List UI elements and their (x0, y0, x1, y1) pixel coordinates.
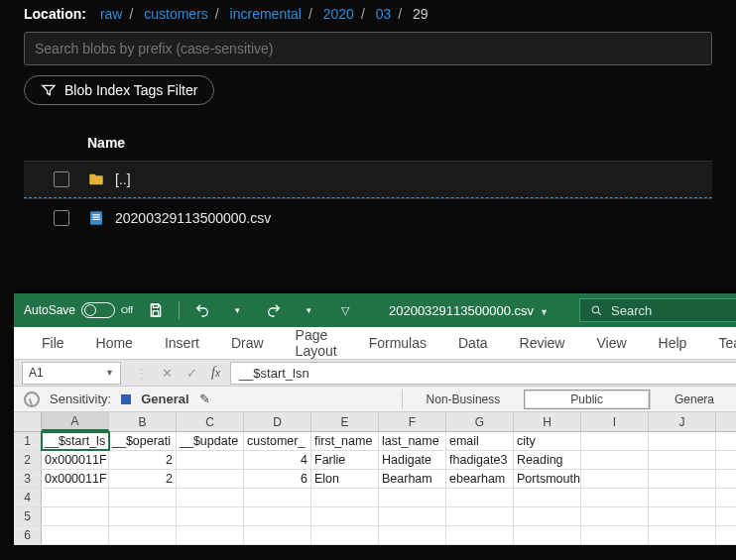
cell[interactable]: 4 (244, 451, 311, 469)
cell[interactable] (446, 526, 514, 544)
save-icon[interactable] (143, 297, 169, 323)
row-header[interactable]: 6 (14, 526, 42, 544)
qat-customize-icon[interactable]: ▽ (332, 297, 358, 323)
excel-search[interactable]: Search (579, 298, 736, 322)
tab-home[interactable]: Home (80, 335, 149, 351)
row-checkbox[interactable] (54, 171, 69, 187)
cell[interactable] (581, 432, 649, 450)
sensitivity-option-public[interactable]: Public (524, 390, 650, 409)
row-checkbox[interactable] (54, 210, 69, 226)
formula-bar[interactable]: __$start_lsn (230, 362, 736, 385)
autosave-switch[interactable] (81, 302, 115, 318)
cell[interactable]: __$operati (109, 432, 177, 450)
cell[interactable] (446, 489, 514, 506)
cell[interactable] (177, 526, 244, 544)
cell[interactable] (177, 507, 244, 525)
cell[interactable] (42, 526, 109, 544)
blob-index-tags-filter-button[interactable]: Blob Index Tags Filter (24, 75, 214, 105)
col-header[interactable]: B (109, 412, 177, 431)
tab-formulas[interactable]: Formulas (353, 335, 442, 351)
tab-team[interactable]: Team (702, 335, 736, 351)
cell[interactable]: 2 (109, 470, 177, 488)
col-header[interactable]: F (379, 412, 446, 431)
cell[interactable] (311, 526, 379, 544)
search-input[interactable] (24, 32, 712, 65)
cell[interactable] (446, 507, 514, 525)
list-item[interactable]: 20200329113500000.csv (24, 198, 712, 236)
cell[interactable] (649, 489, 716, 506)
cell[interactable] (177, 489, 244, 506)
cell[interactable] (177, 451, 244, 469)
cell[interactable] (581, 526, 649, 544)
tab-help[interactable]: Help (643, 335, 703, 351)
cell[interactable] (514, 507, 581, 525)
cell[interactable] (311, 489, 379, 506)
autosave-toggle[interactable]: AutoSave Off (24, 302, 133, 318)
cell[interactable]: email (446, 432, 514, 450)
cell[interactable]: Bearham (379, 470, 446, 488)
col-header[interactable]: H (514, 412, 581, 431)
cell[interactable] (177, 470, 244, 488)
cell[interactable]: Portsmouth (514, 470, 581, 488)
cell[interactable]: city (514, 432, 581, 450)
redo-icon[interactable] (261, 297, 287, 323)
undo-dropdown-icon[interactable]: ▾ (225, 297, 251, 323)
row-header[interactable]: 1 (14, 432, 42, 450)
cell[interactable]: __$start_ls (42, 432, 109, 450)
col-header[interactable]: J (649, 412, 716, 431)
cell[interactable] (649, 470, 716, 488)
tab-draw[interactable]: Draw (215, 335, 280, 351)
cell[interactable] (244, 489, 311, 506)
cell[interactable]: last_name (379, 432, 446, 450)
cell[interactable]: first_name (311, 432, 379, 450)
cell[interactable] (581, 507, 649, 525)
tab-insert[interactable]: Insert (149, 335, 215, 351)
cell[interactable] (649, 432, 716, 450)
col-header[interactable]: A (42, 412, 109, 431)
cell[interactable]: Reading (514, 451, 581, 469)
cancel-formula-icon[interactable]: ✕ (162, 366, 173, 381)
crumb-customers[interactable]: customers (144, 6, 208, 22)
cell[interactable] (379, 489, 446, 506)
cell[interactable]: Elon (311, 470, 379, 488)
accept-formula-icon[interactable]: ✓ (186, 366, 197, 381)
col-header[interactable]: E (311, 412, 379, 431)
cell[interactable]: 0x000011F (42, 470, 109, 488)
cell[interactable] (311, 507, 379, 525)
cell[interactable] (514, 526, 581, 544)
cell[interactable] (649, 451, 716, 469)
col-header[interactable]: I (581, 412, 649, 431)
crumb-2020[interactable]: 2020 (323, 6, 354, 22)
cell[interactable] (42, 507, 109, 525)
cell[interactable]: Hadigate (379, 451, 446, 469)
cell[interactable] (379, 507, 446, 525)
cell[interactable]: 0x000011F (42, 451, 109, 469)
cell[interactable] (581, 489, 649, 506)
row-header[interactable]: 5 (14, 507, 42, 525)
cell[interactable] (581, 470, 649, 488)
edit-sensitivity-icon[interactable]: ✎ (199, 392, 210, 406)
cell[interactable] (109, 489, 177, 506)
sensitivity-option-nonbusiness[interactable]: Non-Business (402, 390, 525, 409)
cell[interactable]: 6 (244, 470, 311, 488)
cell[interactable] (244, 507, 311, 525)
chevron-down-icon[interactable]: ▼ (105, 368, 114, 378)
redo-dropdown-icon[interactable]: ▾ (297, 297, 322, 323)
cell[interactable] (109, 526, 177, 544)
crumb-raw[interactable]: raw (100, 6, 123, 22)
list-item[interactable]: [..] (24, 161, 712, 198)
crumb-incremental[interactable]: incremental (230, 6, 302, 22)
row-header[interactable]: 4 (14, 489, 42, 506)
cell[interactable] (244, 526, 311, 544)
column-header-name[interactable]: Name (24, 131, 712, 161)
cell[interactable]: Farlie (311, 451, 379, 469)
cell[interactable]: fhadigate3 (446, 451, 514, 469)
tab-review[interactable]: Review (504, 335, 581, 351)
undo-icon[interactable] (189, 297, 215, 323)
tab-data[interactable]: Data (442, 335, 504, 351)
col-header[interactable]: C (177, 412, 244, 431)
cell[interactable]: ebearham (446, 470, 514, 488)
cell[interactable]: __$update (177, 432, 244, 450)
col-header[interactable]: D (244, 412, 311, 431)
fx-icon[interactable]: fx (211, 365, 220, 381)
